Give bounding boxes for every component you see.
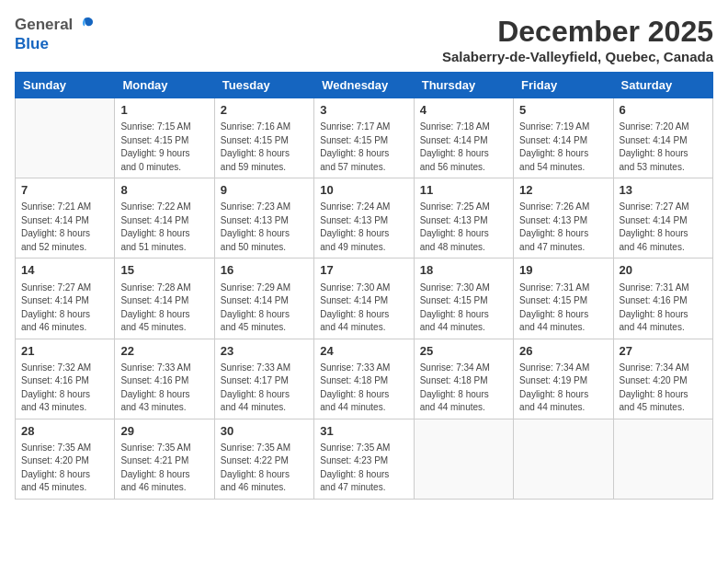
week-row-4: 21Sunrise: 7:32 AM Sunset: 4:16 PM Dayli… (16, 339, 713, 419)
day-number: 4 (420, 102, 507, 119)
day-number: 30 (221, 423, 308, 440)
location-title: Salaberry-de-Valleyfield, Quebec, Canada (442, 49, 713, 64)
day-number: 1 (120, 102, 208, 119)
calendar-cell: 31Sunrise: 7:35 AM Sunset: 4:23 PM Dayli… (314, 419, 414, 499)
calendar-cell: 26Sunrise: 7:34 AM Sunset: 4:19 PM Dayli… (514, 339, 613, 419)
calendar-cell: 4Sunrise: 7:18 AM Sunset: 4:14 PM Daylig… (414, 98, 513, 178)
day-number: 29 (120, 423, 208, 440)
day-info: Sunrise: 7:34 AM Sunset: 4:18 PM Dayligh… (420, 362, 507, 415)
day-number: 20 (620, 262, 707, 279)
calendar-cell (16, 98, 115, 178)
calendar-cell: 15Sunrise: 7:28 AM Sunset: 4:14 PM Dayli… (115, 259, 214, 339)
calendar-cell: 10Sunrise: 7:24 AM Sunset: 4:13 PM Dayli… (314, 178, 414, 259)
day-info: Sunrise: 7:30 AM Sunset: 4:15 PM Dayligh… (420, 282, 507, 335)
day-info: Sunrise: 7:32 AM Sunset: 4:16 PM Dayligh… (21, 362, 108, 415)
day-number: 25 (420, 343, 507, 360)
calendar-cell: 29Sunrise: 7:35 AM Sunset: 4:21 PM Dayli… (115, 419, 214, 499)
calendar-cell: 5Sunrise: 7:19 AM Sunset: 4:14 PM Daylig… (514, 98, 613, 178)
day-info: Sunrise: 7:24 AM Sunset: 4:13 PM Dayligh… (320, 201, 407, 254)
page-header: General Blue December 2025 Salaberry-de-… (15, 15, 713, 64)
day-info: Sunrise: 7:27 AM Sunset: 4:14 PM Dayligh… (620, 201, 707, 254)
title-area: December 2025 Salaberry-de-Valleyfield, … (442, 15, 713, 64)
day-info: Sunrise: 7:19 AM Sunset: 4:14 PM Dayligh… (519, 121, 607, 174)
day-number: 15 (120, 262, 208, 279)
day-info: Sunrise: 7:21 AM Sunset: 4:14 PM Dayligh… (21, 201, 108, 254)
day-number: 13 (620, 182, 707, 199)
calendar-cell: 16Sunrise: 7:29 AM Sunset: 4:14 PM Dayli… (214, 259, 313, 339)
calendar-cell: 6Sunrise: 7:20 AM Sunset: 4:14 PM Daylig… (613, 98, 712, 178)
week-row-1: 1Sunrise: 7:15 AM Sunset: 4:15 PM Daylig… (16, 98, 713, 178)
calendar-cell: 1Sunrise: 7:15 AM Sunset: 4:15 PM Daylig… (115, 98, 214, 178)
calendar-cell: 7Sunrise: 7:21 AM Sunset: 4:14 PM Daylig… (16, 178, 115, 259)
calendar-cell (414, 419, 513, 499)
calendar-cell: 13Sunrise: 7:27 AM Sunset: 4:14 PM Dayli… (613, 178, 712, 259)
calendar-cell: 24Sunrise: 7:33 AM Sunset: 4:18 PM Dayli… (314, 339, 414, 419)
weekday-header-monday: Monday (115, 73, 214, 98)
day-number: 21 (21, 343, 108, 360)
calendar-table: SundayMondayTuesdayWednesdayThursdayFrid… (15, 72, 713, 500)
day-number: 26 (519, 343, 607, 360)
day-info: Sunrise: 7:26 AM Sunset: 4:13 PM Dayligh… (519, 201, 607, 254)
day-number: 3 (320, 102, 407, 119)
day-number: 24 (320, 343, 407, 360)
calendar-cell: 25Sunrise: 7:34 AM Sunset: 4:18 PM Dayli… (414, 339, 513, 419)
day-info: Sunrise: 7:31 AM Sunset: 4:15 PM Dayligh… (519, 282, 607, 335)
calendar-cell: 30Sunrise: 7:35 AM Sunset: 4:22 PM Dayli… (214, 419, 313, 499)
calendar-cell: 28Sunrise: 7:35 AM Sunset: 4:20 PM Dayli… (16, 419, 115, 499)
day-number: 28 (21, 423, 108, 440)
calendar-cell: 27Sunrise: 7:34 AM Sunset: 4:20 PM Dayli… (613, 339, 712, 419)
day-number: 23 (221, 343, 308, 360)
logo-bird-icon (74, 15, 95, 35)
weekday-header-saturday: Saturday (613, 73, 712, 98)
calendar-cell: 12Sunrise: 7:26 AM Sunset: 4:13 PM Dayli… (514, 178, 613, 259)
day-number: 8 (120, 182, 208, 199)
calendar-cell: 14Sunrise: 7:27 AM Sunset: 4:14 PM Dayli… (16, 259, 115, 339)
weekday-header-sunday: Sunday (16, 73, 115, 98)
logo: General Blue (15, 15, 95, 53)
day-info: Sunrise: 7:34 AM Sunset: 4:20 PM Dayligh… (620, 362, 707, 415)
day-info: Sunrise: 7:34 AM Sunset: 4:19 PM Dayligh… (519, 362, 607, 415)
day-number: 17 (320, 262, 407, 279)
week-row-5: 28Sunrise: 7:35 AM Sunset: 4:20 PM Dayli… (16, 419, 713, 499)
day-number: 22 (120, 343, 208, 360)
day-number: 14 (21, 262, 108, 279)
day-number: 31 (320, 423, 407, 440)
day-info: Sunrise: 7:31 AM Sunset: 4:16 PM Dayligh… (620, 282, 707, 335)
calendar-cell: 20Sunrise: 7:31 AM Sunset: 4:16 PM Dayli… (613, 259, 712, 339)
day-info: Sunrise: 7:27 AM Sunset: 4:14 PM Dayligh… (21, 282, 108, 335)
day-info: Sunrise: 7:22 AM Sunset: 4:14 PM Dayligh… (120, 201, 208, 254)
calendar-cell: 17Sunrise: 7:30 AM Sunset: 4:14 PM Dayli… (314, 259, 414, 339)
month-title: December 2025 (442, 15, 713, 49)
weekday-header-thursday: Thursday (414, 73, 513, 98)
calendar-cell: 8Sunrise: 7:22 AM Sunset: 4:14 PM Daylig… (115, 178, 214, 259)
calendar-cell: 9Sunrise: 7:23 AM Sunset: 4:13 PM Daylig… (214, 178, 313, 259)
day-info: Sunrise: 7:35 AM Sunset: 4:22 PM Dayligh… (221, 442, 308, 495)
day-number: 12 (519, 182, 607, 199)
day-info: Sunrise: 7:35 AM Sunset: 4:20 PM Dayligh… (21, 442, 108, 495)
calendar-cell (613, 419, 712, 499)
day-info: Sunrise: 7:33 AM Sunset: 4:16 PM Dayligh… (120, 362, 208, 415)
day-info: Sunrise: 7:28 AM Sunset: 4:14 PM Dayligh… (120, 282, 208, 335)
day-info: Sunrise: 7:33 AM Sunset: 4:18 PM Dayligh… (320, 362, 407, 415)
calendar-cell (514, 419, 613, 499)
day-info: Sunrise: 7:35 AM Sunset: 4:23 PM Dayligh… (320, 442, 407, 495)
weekday-header-wednesday: Wednesday (314, 73, 414, 98)
weekday-header-row: SundayMondayTuesdayWednesdayThursdayFrid… (16, 73, 713, 98)
day-info: Sunrise: 7:17 AM Sunset: 4:15 PM Dayligh… (320, 121, 407, 174)
day-info: Sunrise: 7:29 AM Sunset: 4:14 PM Dayligh… (221, 282, 308, 335)
calendar-cell: 3Sunrise: 7:17 AM Sunset: 4:15 PM Daylig… (314, 98, 414, 178)
calendar-cell: 18Sunrise: 7:30 AM Sunset: 4:15 PM Dayli… (414, 259, 513, 339)
calendar-cell: 23Sunrise: 7:33 AM Sunset: 4:17 PM Dayli… (214, 339, 313, 419)
day-info: Sunrise: 7:15 AM Sunset: 4:15 PM Dayligh… (120, 121, 208, 174)
day-number: 7 (21, 182, 108, 199)
day-info: Sunrise: 7:20 AM Sunset: 4:14 PM Dayligh… (620, 121, 707, 174)
logo-blue: Blue (15, 35, 49, 53)
week-row-2: 7Sunrise: 7:21 AM Sunset: 4:14 PM Daylig… (16, 178, 713, 259)
day-number: 5 (519, 102, 607, 119)
calendar-cell: 11Sunrise: 7:25 AM Sunset: 4:13 PM Dayli… (414, 178, 513, 259)
day-number: 2 (221, 102, 308, 119)
weekday-header-friday: Friday (514, 73, 613, 98)
logo-general: General (15, 16, 73, 34)
day-number: 19 (519, 262, 607, 279)
day-info: Sunrise: 7:23 AM Sunset: 4:13 PM Dayligh… (221, 201, 308, 254)
